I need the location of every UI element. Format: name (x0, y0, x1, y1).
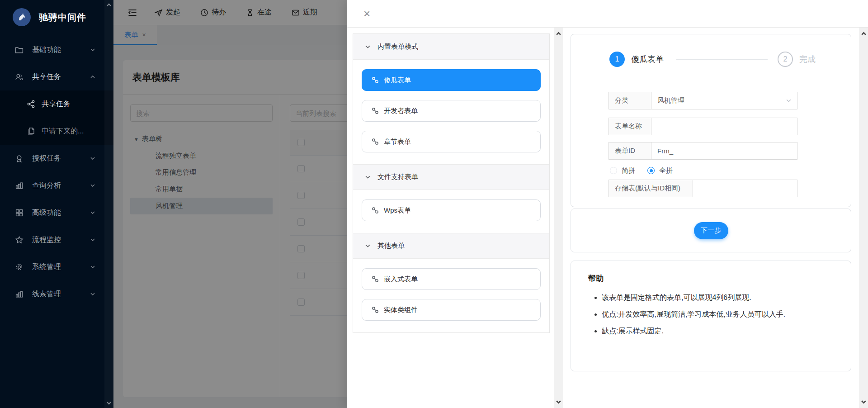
sidebar: 驰骋中间件 基础功能 共享任务 (0, 0, 113, 408)
form-type-chapter[interactable]: 章节表单 (362, 131, 541, 152)
sidebar-item-system-management[interactable]: 系统管理 (0, 253, 113, 280)
sidebar-item-label: 线索管理 (32, 289, 61, 299)
radio-label: 简拼 (622, 166, 635, 175)
scroll-down-icon[interactable] (555, 399, 562, 405)
sidebar-item-label: 查询分析 (32, 181, 61, 190)
app-title: 驰骋中间件 (39, 11, 86, 24)
scroll-down-icon[interactable] (860, 399, 867, 405)
chevron-down-icon (90, 47, 95, 52)
form-id-row: 表单ID (609, 142, 797, 160)
stepper: 1 傻瓜表单 2 完成 (571, 34, 851, 67)
brand: 驰骋中间件 (0, 0, 113, 33)
form-type-simple[interactable]: 傻瓜表单 (362, 69, 541, 91)
bar-chart-icon (15, 290, 24, 299)
step-connector (676, 59, 768, 60)
form-name-input[interactable] (651, 118, 797, 135)
sidebar-item-process-monitor[interactable]: 流程监控 (0, 226, 113, 253)
scroll-up-icon[interactable] (860, 30, 867, 37)
step-1-label: 傻瓜表单 (631, 54, 664, 65)
sidebar-item-label: 高级功能 (32, 208, 61, 218)
chevron-down-icon (90, 264, 95, 270)
form-name-label: 表单名称 (609, 118, 651, 135)
sidebar-submenu: 共享任务 申请下来的... (0, 90, 113, 145)
storage-table-row: 存储表(默认与ID相同) (609, 180, 797, 197)
category-select[interactable]: 风机管理 (651, 92, 797, 109)
screen: 驰骋中间件 基础功能 共享任务 (0, 0, 868, 408)
form-type-developer[interactable]: 开发者表单 (362, 100, 541, 122)
chevron-up-icon (90, 74, 95, 80)
sidebar-menu: 基础功能 共享任务 共享任务 (0, 36, 113, 308)
storage-table-label: 存储表(默认与ID相同) (609, 180, 693, 197)
sidebar-item-authorized-tasks[interactable]: 授权任务 (0, 145, 113, 172)
submenu-item-label: 申请下来的... (42, 127, 84, 136)
sidebar-item-advanced-functions[interactable]: 高级功能 (0, 199, 113, 226)
share-icon (27, 100, 35, 108)
next-step-button[interactable]: 下一步 (694, 222, 728, 239)
form-id-label: 表单ID (609, 142, 651, 159)
medal-icon (15, 154, 24, 163)
sidebar-item-clue-management[interactable]: 线索管理 (0, 280, 113, 308)
scroll-up-icon[interactable] (555, 30, 562, 37)
group-other-forms[interactable]: 其他表单 (353, 233, 549, 259)
form-type-embedded[interactable]: 嵌入式表单 (362, 268, 541, 290)
chevron-down-icon (90, 210, 95, 215)
form-id-input[interactable] (651, 142, 797, 159)
drawer-header: × (347, 0, 868, 28)
form-link-icon (372, 138, 379, 145)
form-name-row: 表单名称 (609, 118, 797, 135)
category-label: 分类 (609, 92, 651, 109)
help-title: 帮助 (588, 273, 837, 284)
group-file-forms[interactable]: 文件支持表单 (353, 164, 549, 190)
step-2-circle: 2 (778, 52, 793, 67)
star-icon (15, 236, 24, 244)
storage-table-input[interactable] (693, 180, 797, 197)
radio-full-pinyin[interactable] (647, 167, 655, 174)
scroll-down-icon[interactable] (106, 400, 112, 406)
form-type-label: 嵌入式表单 (384, 275, 418, 284)
help-card: 帮助 该表单是固定格式的表单,可以展现4列6列展现. 优点:开发效率高,展现简洁… (571, 261, 851, 371)
group-built-in-forms[interactable]: 内置表单模式 (353, 34, 549, 60)
chevron-down-icon (90, 156, 95, 161)
category-row: 分类 风机管理 (609, 92, 797, 109)
list-scrollbar[interactable] (554, 28, 563, 408)
drawer-scrollbar[interactable] (859, 28, 868, 408)
step-2-label: 完成 (799, 54, 816, 65)
form-link-icon (372, 76, 379, 84)
radio-label: 全拼 (659, 166, 673, 175)
sidebar-item-shared-tasks[interactable]: 共享任务 (0, 63, 113, 90)
submenu-item-label: 共享任务 (42, 100, 71, 109)
form-type-entity[interactable]: 实体类组件 (362, 299, 541, 321)
chevron-down-icon (90, 183, 95, 188)
sidebar-item-label: 系统管理 (32, 262, 61, 272)
sidebar-scrollbar[interactable] (104, 0, 113, 408)
logo (13, 8, 31, 26)
chevron-down-icon (90, 237, 95, 242)
group-label: 内置表单模式 (377, 43, 418, 51)
sidebar-item-base-functions[interactable]: 基础功能 (0, 36, 113, 63)
team-icon (15, 73, 24, 81)
close-icon[interactable]: × (363, 8, 370, 19)
submenu-item-shared-tasks[interactable]: 共享任务 (0, 90, 113, 118)
form-type-wps[interactable]: Wps表单 (362, 199, 541, 221)
chevron-down-icon (365, 174, 371, 180)
sidebar-item-label: 流程监控 (32, 235, 61, 245)
sidebar-item-query-analysis[interactable]: 查询分析 (0, 172, 113, 199)
scroll-up-icon[interactable] (106, 2, 112, 8)
form-type-label: 开发者表单 (384, 107, 418, 115)
chevron-down-icon (90, 291, 95, 297)
unicorn-icon (16, 12, 27, 23)
help-bullet: 该表单是固定格式的表单,可以展现4列6列展现. (602, 293, 837, 303)
folder-icon (15, 46, 24, 54)
sidebar-item-label: 基础功能 (32, 45, 61, 55)
chevron-down-icon (786, 98, 792, 104)
radio-short-pinyin[interactable] (610, 167, 617, 174)
chevron-down-icon (365, 243, 371, 249)
button-card: 下一步 (571, 209, 851, 252)
form-link-icon (372, 306, 379, 313)
help-bullet: 优点:开发效率高,展现简洁,学习成本低,业务人员可以入手. (602, 310, 837, 319)
step-1-circle: 1 (609, 52, 625, 67)
submenu-item-applied[interactable]: 申请下来的... (0, 118, 113, 145)
grid-icon (15, 209, 24, 217)
form-type-list: 内置表单模式 傻瓜表单 开发者表单 (353, 33, 550, 333)
gear-icon (15, 263, 24, 271)
